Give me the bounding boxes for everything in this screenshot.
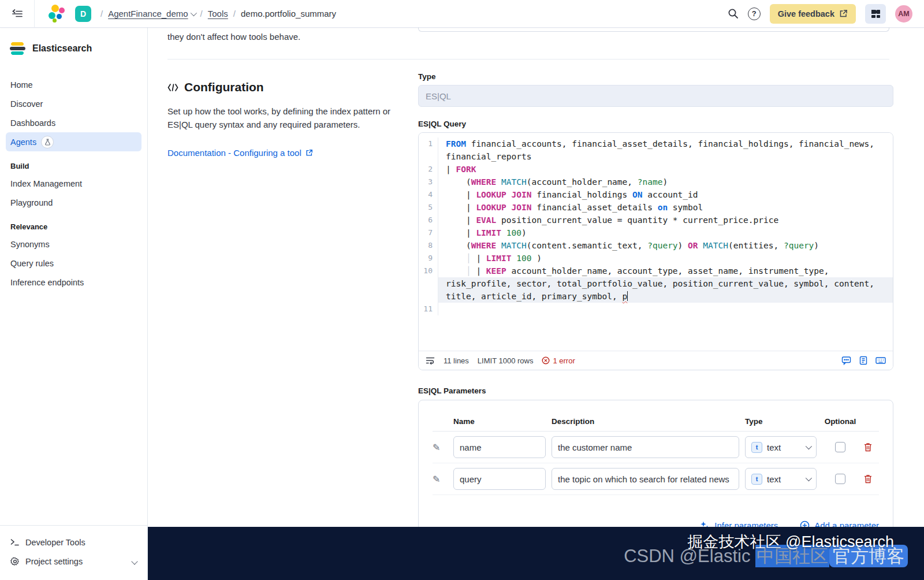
breadcrumb-separator: / [100,9,103,18]
app-shell: Elasticsearch Home Discover Dashboards A… [0,28,924,580]
collapse-nav-button[interactable] [0,0,35,27]
edit-pencil-icon[interactable]: ✎ [433,442,448,453]
documentation-link-label: Documentation - Configuring a tool [167,148,301,158]
keyboard-icon[interactable] [875,356,886,365]
sidebar-item-playground[interactable]: Playground [6,193,141,212]
code-line[interactable]: 2| FORK [419,163,893,176]
give-feedback-button[interactable]: Give feedback [770,4,856,24]
code-line[interactable]: 8 (WHERE MATCH(content.semantic_text, ?q… [419,239,893,252]
section-divider [167,59,889,60]
sidebar-item-label: Playground [10,198,53,207]
breadcrumb-tools[interactable]: Tools [208,9,228,18]
sidebar-item-discover[interactable]: Discover [6,94,141,113]
sidebar-item-label: Index Management [10,179,82,188]
code-line[interactable]: risk_profile, sector, total_portfolio_va… [419,277,893,290]
esql-code-lines[interactable]: 1FROM financial_accounts, financial_asse… [419,133,893,351]
apps-grid-icon [871,9,881,18]
code-line[interactable]: 1FROM financial_accounts, financial_asse… [419,137,893,150]
code-line[interactable]: financial_reports [419,150,893,163]
help-button[interactable]: ? [748,8,761,20]
documentation-link[interactable]: Documentation - Configuring a tool [167,148,313,158]
sidebar-item-project-settings[interactable]: Project settings [10,552,137,571]
error-icon [542,356,550,365]
param-type-select[interactable]: t text [745,436,817,458]
project-badge[interactable]: D [75,6,91,22]
sidebar-item-label: Developer Tools [25,538,85,547]
sidebar-item-agents[interactable]: Agents [6,132,141,151]
code-line[interactable]: 7 | LIMIT 100) [419,226,893,239]
parameter-row: ✎ t text [433,432,879,463]
column-header-name: Name [453,417,546,426]
optional-checkbox[interactable] [835,442,845,452]
param-type-select[interactable]: t text [745,468,817,490]
param-description-input[interactable] [552,468,739,490]
code-line[interactable]: 11 [419,303,893,315]
code-line[interactable]: 3 (WHERE MATCH(account_holder_name, ?nam… [419,176,893,188]
breadcrumb-project[interactable]: AgentFinance_demo [108,9,195,18]
flask-icon [44,139,51,146]
code-line[interactable]: 6 | EVAL position_current_value = quanti… [419,214,893,226]
esql-parameters-label: ES|QL Parameters [418,386,893,395]
add-parameter-button[interactable]: Add a parameter [800,520,879,527]
sidebar-item-dashboards[interactable]: Dashboards [6,113,141,132]
esql-editor: 1FROM financial_accounts, financial_asse… [418,132,893,370]
search-button[interactable] [728,8,739,19]
add-parameter-label: Add a parameter [814,520,879,527]
code-line[interactable]: title, article_id, primary_symbol, p [419,290,893,303]
tech-preview-badge [41,136,54,148]
section-description: Set up how the tool works, by defining t… [167,105,410,132]
code-line[interactable]: 9 │ | LIMIT 100 ) [419,252,893,265]
type-label: Type [418,72,893,81]
sidebar-item-inference-endpoints[interactable]: Inference endpoints [6,273,141,292]
line-number: 6 [419,214,438,226]
line-number: 11 [419,303,438,315]
delete-parameter-button[interactable] [864,474,879,484]
sidebar-nav: Home Discover Dashboards Agents [6,75,141,292]
parameters-table-header: Name Description Type Optional [433,412,879,432]
sidebar-item-label: Project settings [25,557,83,566]
sidebar-item-query-rules[interactable]: Query rules [6,254,141,273]
external-link-icon [839,9,848,18]
search-icon [728,8,739,19]
documentation-icon[interactable] [859,356,867,365]
sidebar-item-label: Agents [10,137,36,147]
error-count[interactable]: 1 error [542,356,575,365]
code-line[interactable]: 10 │ | KEEP account_holder_name, account… [419,265,893,277]
column-header-optional: Optional [825,417,856,426]
sidebar: Elasticsearch Home Discover Dashboards A… [0,28,148,580]
infer-parameters-button[interactable]: Infer parameters [700,520,778,527]
config-info-column: Configuration Set up how the tool works,… [167,72,410,527]
param-description-input[interactable] [552,436,739,458]
trash-icon [864,443,872,452]
delete-parameter-button[interactable] [864,443,879,452]
parameters-actions: Infer parameters Add a parameter [433,520,879,527]
param-name-input[interactable] [453,468,546,490]
sparkles-icon [700,520,710,527]
optional-checkbox[interactable] [835,474,845,484]
line-wrap-icon[interactable] [426,356,435,365]
sidebar-item-home[interactable]: Home [6,75,141,94]
param-name-input[interactable] [453,436,546,458]
plus-circle-icon [800,520,810,527]
sidebar-item-index-management[interactable]: Index Management [6,174,141,193]
sidebar-item-synonyms[interactable]: Synonyms [6,235,141,254]
give-feedback-label: Give feedback [778,9,834,18]
code-line[interactable]: 4 | LOOKUP JOIN financial_holdings ON ac… [419,188,893,201]
section-title: Configuration [184,80,264,94]
line-number: 8 [419,239,438,252]
type-input[interactable] [418,85,893,107]
code-line[interactable]: 5 | LOOKUP JOIN financial_asset_details … [419,201,893,214]
text-cursor [627,291,628,301]
apps-switcher-button[interactable] [865,4,886,24]
infer-parameters-label: Infer parameters [714,520,778,527]
top-navbar: D / AgentFinance_demo / Tools / demo.por… [0,0,924,28]
main-scroll-region[interactable]: they don't affect how tools behave. Conf… [148,28,924,527]
line-number: 1 [419,137,438,150]
parameters-panel: Name Description Type Optional ✎ [418,400,893,527]
edit-pencil-icon[interactable]: ✎ [433,474,448,485]
limit-rows: LIMIT 1000 rows [478,356,534,365]
elastic-logo[interactable] [47,4,67,24]
user-avatar[interactable]: AM [895,5,912,23]
sidebar-item-developer-tools[interactable]: Developer Tools [10,533,137,552]
feedback-comment-icon[interactable] [841,356,851,365]
